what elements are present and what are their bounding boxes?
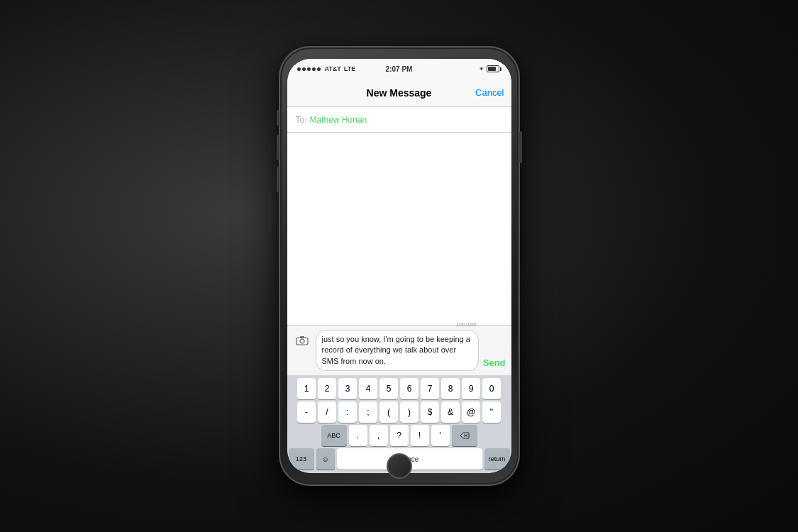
signal-dots: [297, 67, 321, 71]
nav-title: New Message: [367, 87, 432, 99]
battery-indicator: [487, 65, 501, 72]
signal-dot-2: [302, 67, 306, 71]
status-left: AT&T LTE: [297, 65, 356, 72]
emoji-key[interactable]: ☺: [316, 448, 335, 470]
compose-area: 100/160 just so you know, I'm going to b…: [287, 325, 511, 375]
carrier-label: AT&T: [325, 65, 341, 72]
delete-key[interactable]: [452, 425, 477, 446]
char-count: 100/160: [456, 321, 477, 328]
recipient-name: Mathew Honan: [310, 115, 367, 125]
keyboard-row-numbers: 1 2 3 4 5 6 7 8 9 0: [289, 378, 510, 399]
key-period[interactable]: .: [349, 425, 367, 446]
phone-device: AT&T LTE 2:07 PM ✴: [279, 46, 520, 486]
key-4[interactable]: 4: [359, 378, 377, 399]
mute-switch[interactable]: [277, 110, 279, 126]
keyboard-row-bottom: ABC . , ? ! ': [289, 425, 510, 446]
key-slash[interactable]: /: [318, 401, 336, 423]
battery-fill: [488, 67, 497, 71]
to-field[interactable]: To: Mathew Honan: [287, 107, 511, 133]
key-ampersand[interactable]: &: [441, 401, 460, 423]
screen-bezel: AT&T LTE 2:07 PM ✴: [287, 59, 511, 473]
send-button[interactable]: Send: [483, 358, 506, 371]
signal-dot-5: [317, 67, 321, 71]
network-type-label: LTE: [344, 65, 355, 72]
cancel-button[interactable]: Cancel: [475, 87, 504, 98]
power-button[interactable]: [519, 131, 522, 163]
key-dash[interactable]: -: [297, 401, 316, 423]
home-button[interactable]: [387, 453, 412, 479]
key-open-paren[interactable]: (: [379, 401, 398, 423]
svg-rect-2: [300, 336, 304, 338]
volume-down-button[interactable]: [277, 167, 279, 192]
signal-dot-4: [312, 67, 316, 71]
key-9[interactable]: 9: [462, 378, 480, 399]
battery-tip: [500, 67, 501, 71]
to-label: To:: [296, 115, 307, 125]
key-6[interactable]: 6: [400, 378, 419, 399]
status-bar: AT&T LTE 2:07 PM ✴: [287, 59, 511, 79]
key-dollar[interactable]: $: [421, 401, 439, 423]
message-input[interactable]: 100/160 just so you know, I'm going to b…: [316, 330, 479, 371]
volume-up-button[interactable]: [277, 135, 279, 160]
return-key[interactable]: return: [484, 448, 510, 470]
compose-row: 100/160 just so you know, I'm going to b…: [287, 326, 511, 375]
key-at[interactable]: @: [462, 401, 480, 423]
key-semicolon[interactable]: ;: [359, 401, 377, 423]
key-7[interactable]: 7: [421, 378, 439, 399]
key-2[interactable]: 2: [318, 378, 336, 399]
numbers-key[interactable]: 123: [289, 448, 314, 470]
svg-point-1: [300, 339, 304, 343]
key-1[interactable]: 1: [297, 378, 316, 399]
signal-dot-1: [297, 67, 301, 71]
battery-body: [487, 65, 499, 72]
key-colon[interactable]: :: [338, 401, 357, 423]
key-quote[interactable]: ": [482, 401, 501, 423]
keyboard-row-symbols: - / : ; ( ) $ & @ ": [289, 401, 510, 423]
key-8[interactable]: 8: [441, 378, 460, 399]
message-area: [287, 133, 511, 325]
scene: AT&T LTE 2:07 PM ✴: [0, 0, 798, 532]
status-right: ✴: [479, 65, 501, 72]
key-5[interactable]: 5: [379, 378, 398, 399]
message-text: just so you know, I'm going to be keepin…: [322, 335, 470, 365]
abc-key[interactable]: ABC: [321, 425, 347, 446]
key-close-paren[interactable]: ): [400, 401, 419, 423]
key-comma[interactable]: ,: [370, 425, 388, 446]
ios-screen: AT&T LTE 2:07 PM ✴: [287, 59, 511, 473]
signal-dot-3: [307, 67, 311, 71]
key-question[interactable]: ?: [390, 425, 409, 446]
status-time: 2:07 PM: [386, 65, 413, 73]
key-3[interactable]: 3: [338, 378, 357, 399]
key-0[interactable]: 0: [482, 378, 501, 399]
navigation-bar: New Message Cancel: [287, 79, 511, 107]
bluetooth-icon: ✴: [479, 65, 484, 72]
key-apostrophe[interactable]: ': [431, 425, 450, 446]
key-exclaim[interactable]: !: [411, 425, 429, 446]
camera-button[interactable]: [293, 331, 311, 350]
